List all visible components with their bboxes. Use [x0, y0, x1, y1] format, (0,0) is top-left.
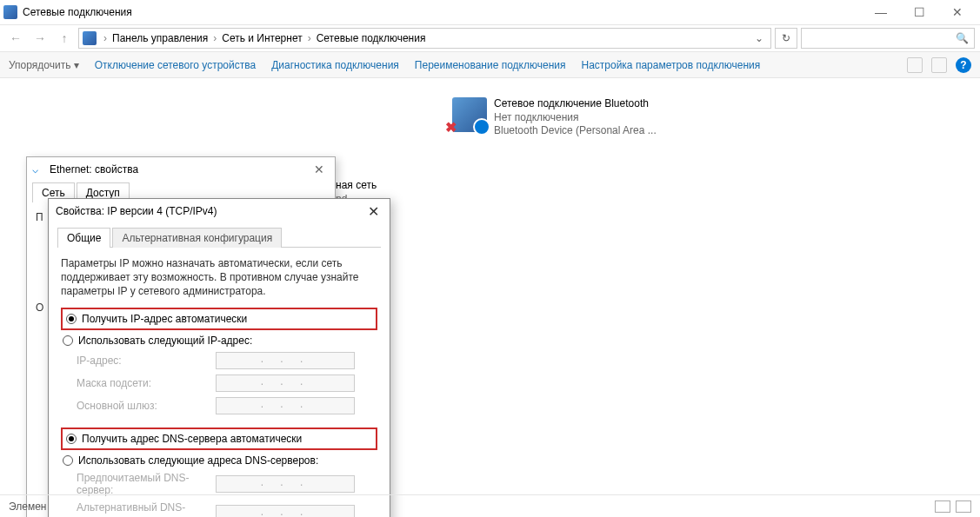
- adapter-name: Сетевое подключение Bluetooth: [494, 97, 657, 111]
- highlight-ip-auto: Получить IP-адрес автоматически: [61, 308, 377, 330]
- window-title: Сетевые подключения: [23, 6, 862, 18]
- radio-obtain-dns-auto[interactable]: Получить адрес DNS-сервера автоматически: [64, 430, 374, 447]
- radio-icon: [63, 335, 73, 346]
- maximize-button[interactable]: ☐: [900, 0, 938, 24]
- radio-use-ip[interactable]: Использовать следующий IP-адрес:: [61, 332, 377, 349]
- command-toolbar: Упорядочить ▾ Отключение сетевого устрой…: [0, 52, 980, 78]
- radio-icon: [66, 434, 77, 444]
- diagnose-link[interactable]: Диагностика подключения: [271, 59, 399, 71]
- organize-menu[interactable]: Упорядочить ▾: [9, 59, 79, 71]
- adapter-status: Нет подключения: [494, 111, 657, 125]
- refresh-button[interactable]: ↻: [775, 28, 797, 49]
- crumb-connections[interactable]: Сетевые подключения: [315, 32, 428, 44]
- dialog2-close-button[interactable]: ✕: [364, 203, 383, 220]
- app-icon: [3, 5, 17, 19]
- view-large-icon[interactable]: [956, 500, 971, 513]
- label-ip-address: IP-адрес:: [77, 355, 216, 367]
- radio-obtain-ip-auto[interactable]: Получить IP-адрес автоматически: [64, 310, 374, 328]
- ipv4-properties-dialog: Свойства: IP версии 4 (TCP/IPv4) ✕ Общие…: [48, 198, 390, 517]
- search-icon: 🔍: [956, 32, 969, 44]
- ipv4-description: Параметры IP можно назначать автоматичес…: [61, 256, 377, 299]
- status-text: Элемен: [9, 500, 46, 513]
- view-options-icon[interactable]: [907, 57, 923, 73]
- crumb-control-panel[interactable]: Панель управления: [110, 32, 210, 44]
- minimize-button[interactable]: —: [862, 0, 900, 24]
- address-bar[interactable]: › Панель управления › Сеть и Интернет › …: [78, 28, 771, 49]
- status-bar: Элемен: [0, 494, 980, 517]
- radio-icon: [66, 314, 77, 324]
- tab-general[interactable]: Общие: [57, 228, 110, 248]
- rename-link[interactable]: Переименование подключения: [415, 59, 566, 71]
- input-subnet-mask: . . .: [216, 374, 355, 392]
- dialog1-title: Ethernet: свойства: [50, 163, 138, 176]
- address-dropdown-icon[interactable]: ⌄: [751, 32, 767, 44]
- adapter-item-bluetooth[interactable]: ✖ Сетевое подключение Bluetooth Нет подк…: [452, 97, 657, 138]
- search-input[interactable]: 🔍: [801, 28, 975, 49]
- highlight-dns-auto: Получить адрес DNS-сервера автоматически: [61, 428, 377, 450]
- adapter-device: Bluetooth Device (Personal Area ...: [494, 124, 657, 138]
- navigation-bar: ← → ↑ › Панель управления › Сеть и Интер…: [0, 24, 980, 52]
- location-icon: [83, 31, 97, 45]
- preview-pane-icon[interactable]: [931, 57, 947, 73]
- tab-alternate-config[interactable]: Альтернативная конфигурация: [112, 228, 282, 248]
- label-gateway: Основной шлюз:: [77, 400, 216, 412]
- up-button[interactable]: ↑: [54, 28, 75, 49]
- forward-button[interactable]: →: [30, 28, 50, 49]
- disable-device-link[interactable]: Отключение сетевого устройства: [95, 59, 256, 71]
- crumb-network[interactable]: Сеть и Интернет: [220, 32, 303, 44]
- label-subnet-mask: Маска подсети:: [77, 377, 216, 389]
- back-button[interactable]: ←: [5, 28, 26, 49]
- connection-settings-link[interactable]: Настройка параметров подключения: [581, 59, 760, 71]
- view-details-icon[interactable]: [935, 500, 950, 513]
- close-button[interactable]: ✕: [938, 0, 977, 24]
- dialog1-close-button[interactable]: ✕: [309, 162, 330, 176]
- ethernet-icon: ⌵: [32, 163, 44, 176]
- input-gateway: . . .: [216, 397, 355, 414]
- input-preferred-dns: . . .: [216, 475, 355, 493]
- help-icon[interactable]: ?: [956, 57, 971, 73]
- input-ip-address: . . .: [216, 352, 355, 369]
- dialog2-title: Свойства: IP версии 4 (TCP/IPv4): [56, 205, 217, 217]
- window-titlebar: Сетевые подключения — ☐ ✕: [0, 0, 980, 24]
- connections-list: ная сеть nd ork Adap... ✖ Сетевое подклю…: [0, 78, 980, 487]
- radio-icon: [63, 455, 73, 466]
- label-preferred-dns: Предпочитаемый DNS-сервер:: [77, 472, 216, 496]
- bluetooth-adapter-icon: ✖: [452, 97, 487, 132]
- radio-use-dns[interactable]: Использовать следующие адреса DNS-сервер…: [61, 452, 377, 469]
